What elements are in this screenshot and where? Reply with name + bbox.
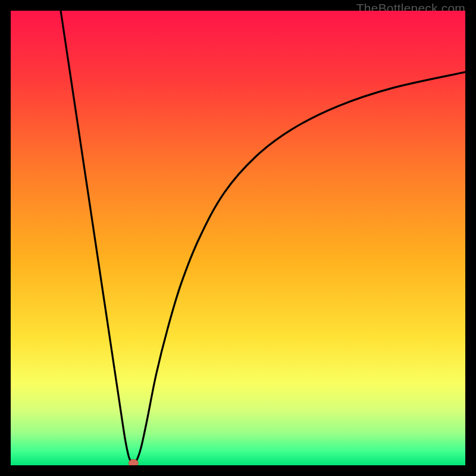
bottleneck-curve [11, 11, 465, 465]
plot-area [11, 11, 465, 465]
curve-path [61, 11, 465, 464]
min-marker [129, 459, 138, 465]
chart-frame: TheBottleneck.com [0, 0, 476, 476]
